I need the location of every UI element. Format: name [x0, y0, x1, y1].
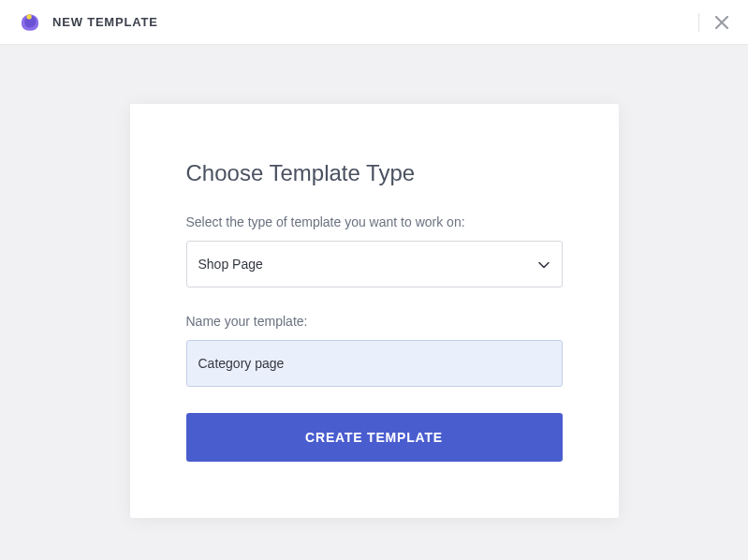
header-left: NEW TEMPLATE: [17, 9, 158, 36]
template-type-label: Select the type of template you want to …: [186, 214, 563, 229]
header-title: NEW TEMPLATE: [52, 15, 158, 29]
app-logo-icon: [17, 9, 43, 36]
template-type-select[interactable]: Shop Page: [186, 241, 563, 287]
header-bar: NEW TEMPLATE: [0, 0, 748, 45]
create-template-button[interactable]: CREATE TEMPLATE: [186, 413, 563, 462]
main-content: Choose Template Type Select the type of …: [0, 45, 748, 560]
template-modal: Choose Template Type Select the type of …: [130, 104, 619, 518]
header-divider: [698, 13, 699, 32]
svg-point-0: [27, 14, 32, 19]
header-right: [698, 13, 731, 32]
template-name-label: Name your template:: [186, 314, 563, 329]
close-icon[interactable]: [712, 13, 731, 32]
modal-title: Choose Template Type: [186, 160, 563, 186]
template-name-input[interactable]: [186, 340, 563, 387]
template-type-value: Shop Page: [186, 241, 563, 287]
